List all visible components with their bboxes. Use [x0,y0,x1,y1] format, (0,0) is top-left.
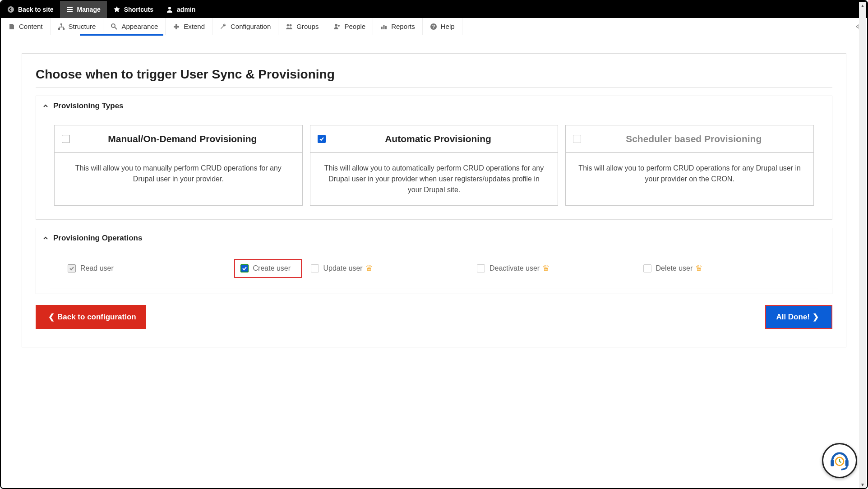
menu-reports[interactable]: Reports [373,18,423,35]
type-card-scheduler: Scheduler based Provisioning This will a… [565,125,814,206]
menu-groups-label: Groups [296,23,319,30]
checkbox-update-user [311,264,319,272]
svg-point-1 [168,7,171,9]
wrench-icon [220,23,227,30]
checkbox-automatic[interactable] [318,135,326,143]
headset-icon [827,448,852,473]
back-button-label: Back to configuration [57,313,136,322]
menu-reports-label: Reports [391,23,415,30]
menu-help[interactable]: ? Help [423,18,462,35]
shortcuts-label: Shortcuts [124,6,153,13]
svg-rect-2 [60,23,62,25]
checkbox-deactivate-user [477,264,485,272]
svg-rect-10 [381,27,383,29]
menu-structure[interactable]: Structure [51,18,104,35]
svg-rect-11 [383,25,385,29]
support-chat-button[interactable] [822,443,857,478]
menu-appearance[interactable]: Appearance [103,18,166,35]
svg-text:?: ? [432,24,435,29]
section-ops-title: Provisioning Operations [53,234,142,243]
back-to-site-label: Back to site [18,6,54,13]
svg-rect-3 [58,28,60,30]
chevron-left-icon: ❮ [48,312,55,322]
op-update-label: Update user [323,264,363,272]
checkbox-manual[interactable] [62,135,70,143]
op-deactivate-user: Deactivate user ♛ [477,263,634,273]
menu-extend[interactable]: Extend [166,18,212,35]
type-manual-title: Manual/On-Demand Provisioning [70,134,295,144]
appearance-icon [111,23,118,30]
svg-point-9 [338,25,340,27]
section-provisioning-ops: Provisioning Operations Read user Create… [36,228,832,294]
menu-people-label: People [344,23,365,30]
content-icon [8,23,15,30]
help-icon: ? [430,23,437,30]
menu-groups[interactable]: Groups [278,18,326,35]
manage-label: Manage [77,6,101,13]
op-deactivate-label: Deactivate user [489,264,540,272]
done-button-label: All Done! [776,313,810,322]
crown-icon: ♛ [695,263,702,273]
hamburger-icon [66,6,74,13]
admin-user-link[interactable]: admin [160,1,202,18]
back-to-configuration-button[interactable]: ❮ Back to configuration [36,305,146,329]
menu-extend-label: Extend [184,23,205,30]
op-delete-label: Delete user [656,264,693,272]
menu-help-label: Help [441,23,455,30]
svg-point-7 [290,24,292,26]
type-card-manual: Manual/On-Demand Provisioning This will … [54,125,303,206]
type-scheduler-desc: This will allow you to perform CRUD oper… [566,153,813,194]
op-create-user[interactable]: Create user [234,259,302,278]
chevron-up-icon [42,235,49,241]
crown-icon: ♛ [542,263,549,273]
user-icon [166,6,173,13]
svg-point-6 [287,24,289,26]
svg-rect-4 [63,28,65,30]
main-card: Choose when to trigger User Sync & Provi… [22,53,846,347]
admin-menu: Content Structure Appearance Extend Conf… [1,18,867,35]
admin-topbar: Back to site Manage Shortcuts admin [1,1,867,18]
all-done-button[interactable]: All Done! ❯ [765,305,832,329]
extend-icon [173,23,180,30]
manage-link[interactable]: Manage [60,1,107,18]
op-create-label: Create user [253,264,291,272]
menu-appearance-label: Appearance [121,23,158,30]
reports-icon [380,23,388,30]
back-arrow-icon [7,6,14,13]
vertical-scrollbar[interactable]: ▲ ▼ [859,2,866,488]
people-icon [333,23,341,30]
menu-people[interactable]: People [326,18,373,35]
svg-point-0 [8,6,14,13]
type-automatic-desc: This will allow you to automatically per… [310,153,558,205]
svg-rect-16 [845,460,849,466]
checkbox-create-user[interactable] [240,264,249,272]
chevron-up-icon [42,103,49,109]
chevron-right-icon: ❯ [813,312,819,322]
back-to-site-link[interactable]: Back to site [1,1,60,18]
checkbox-scheduler [573,135,581,143]
op-read-label: Read user [80,264,114,272]
admin-user-label: admin [177,6,195,13]
shortcuts-link[interactable]: Shortcuts [107,1,160,18]
op-delete-user: Delete user ♛ [643,263,801,273]
svg-point-5 [111,24,115,28]
type-scheduler-title: Scheduler based Provisioning [581,134,806,144]
menu-configuration[interactable]: Configuration [212,18,278,35]
checkbox-delete-user [643,264,651,272]
section-provisioning-types: Provisioning Types Manual/On-Demand Prov… [36,96,832,220]
type-card-automatic: Automatic Provisioning This will allow y… [310,125,559,206]
structure-icon [58,23,65,30]
section-types-title: Provisioning Types [53,101,124,111]
menu-content-label: Content [19,23,43,30]
menu-content[interactable]: Content [1,18,51,35]
svg-rect-12 [385,26,387,29]
groups-icon [286,23,293,30]
scroll-down-arrow-icon[interactable]: ▼ [859,481,866,488]
menu-configuration-label: Configuration [231,23,271,30]
crown-icon: ♛ [365,263,373,273]
section-ops-header[interactable]: Provisioning Operations [36,228,832,248]
type-automatic-title: Automatic Provisioning [326,134,551,144]
section-types-header[interactable]: Provisioning Types [36,96,832,116]
scroll-up-arrow-icon[interactable]: ▲ [859,2,866,9]
op-update-user: Update user ♛ [311,263,468,273]
